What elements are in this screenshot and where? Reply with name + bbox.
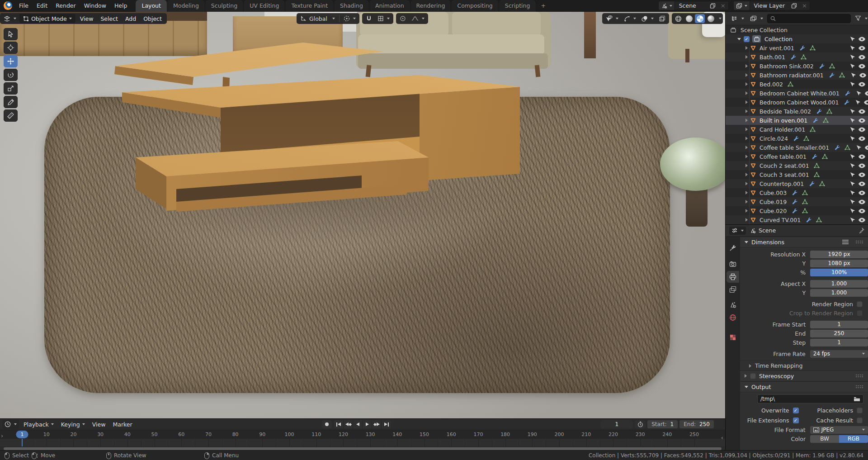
file-extensions-checkbox[interactable]: ✓ bbox=[793, 417, 799, 423]
outliner-object-row[interactable]: Cube.003 bbox=[726, 188, 868, 197]
selectable-pointer-icon[interactable] bbox=[849, 154, 856, 160]
object-name[interactable]: Coffee table.001 bbox=[760, 153, 807, 160]
new-view-layer-button[interactable] bbox=[789, 1, 799, 10]
search-input[interactable] bbox=[778, 15, 848, 22]
expand-icon[interactable] bbox=[745, 182, 748, 185]
modifier-wrench-icon[interactable] bbox=[844, 100, 849, 105]
timeline-menu-item[interactable]: Marker bbox=[109, 420, 136, 429]
collection-checkbox[interactable]: ✓ bbox=[744, 36, 750, 42]
breadcrumb-label[interactable]: Scene bbox=[759, 227, 776, 234]
shading-solid-button[interactable] bbox=[684, 14, 694, 23]
use-preview-range-button[interactable] bbox=[635, 420, 646, 428]
drag-dots-icon[interactable] bbox=[855, 240, 863, 244]
frame-end-field[interactable]: End:250 bbox=[679, 420, 714, 428]
visibility-eye-icon[interactable] bbox=[859, 190, 865, 195]
modifier-wrench-icon[interactable] bbox=[792, 208, 797, 213]
scrollbar-thumb[interactable] bbox=[4, 447, 722, 450]
tool-cursor[interactable] bbox=[4, 42, 18, 54]
scene-collection-label[interactable]: Scene Collection bbox=[741, 27, 788, 33]
crop-region-checkbox[interactable] bbox=[857, 310, 863, 316]
menu-item[interactable]: Help bbox=[110, 1, 132, 10]
object-name[interactable]: Bathroom radiator.001 bbox=[760, 72, 824, 79]
visibility-eye-icon[interactable] bbox=[864, 100, 868, 105]
visibility-eye-icon[interactable] bbox=[859, 37, 865, 42]
menu-item[interactable]: Render bbox=[52, 1, 80, 10]
selectable-pointer-icon[interactable] bbox=[849, 163, 856, 169]
outliner-display-mode-dropdown[interactable] bbox=[729, 14, 746, 23]
selectable-pointer-icon[interactable] bbox=[849, 81, 856, 87]
resolution-x-field[interactable]: 1920 px bbox=[810, 251, 868, 258]
object-name[interactable]: Couch 2 seat.001 bbox=[760, 162, 809, 169]
object-name[interactable]: Built in oven.001 bbox=[760, 117, 807, 124]
render-region-checkbox[interactable] bbox=[857, 301, 863, 307]
selectable-pointer-icon[interactable] bbox=[849, 172, 856, 178]
tab-tool[interactable] bbox=[726, 242, 739, 254]
mesh-data-icon[interactable] bbox=[844, 145, 850, 150]
frame-step-field[interactable]: 1 bbox=[810, 339, 868, 346]
color-rgb-button[interactable]: RGB bbox=[839, 435, 868, 443]
aspect-y-field[interactable]: 1.000 bbox=[810, 289, 868, 297]
blender-logo-icon[interactable] bbox=[4, 1, 12, 10]
pin-icon[interactable] bbox=[859, 228, 864, 233]
modifier-wrench-icon[interactable] bbox=[819, 63, 825, 69]
expand-icon[interactable] bbox=[745, 137, 748, 140]
object-name[interactable]: Cube.003 bbox=[760, 190, 787, 196]
object-name[interactable]: Cube.020 bbox=[760, 208, 787, 214]
collection-row[interactable]: ✓ Collection bbox=[726, 34, 868, 43]
tab-output[interactable] bbox=[726, 271, 739, 283]
outliner-object-row[interactable]: Bathroom Sink.002 bbox=[726, 62, 868, 71]
mesh-data-icon[interactable] bbox=[814, 163, 820, 168]
selectable-pointer-icon[interactable] bbox=[849, 118, 856, 123]
snap-settings-dropdown[interactable] bbox=[375, 14, 392, 23]
modifier-wrench-icon[interactable] bbox=[813, 118, 818, 123]
outliner-object-row[interactable]: Bedroom Cabinet White.001 bbox=[726, 89, 868, 98]
tab-scene[interactable] bbox=[726, 299, 739, 311]
next-keyframe-button[interactable] bbox=[372, 420, 382, 428]
collapse-right-panel-arrow[interactable]: ‹ bbox=[721, 434, 723, 441]
tool-scale[interactable] bbox=[4, 82, 18, 95]
stereoscopy-panel-header[interactable]: Stereoscopy bbox=[740, 370, 868, 381]
time-remapping-subpanel[interactable]: Time Remapping bbox=[740, 360, 868, 370]
visibility-eye-icon[interactable] bbox=[859, 199, 865, 204]
modifier-wrench-icon[interactable] bbox=[845, 90, 850, 96]
visibility-eye-icon[interactable] bbox=[859, 46, 865, 51]
expand-icon[interactable] bbox=[745, 64, 748, 68]
mesh-data-icon[interactable] bbox=[810, 45, 816, 51]
selectable-pointer-icon[interactable] bbox=[849, 63, 856, 69]
selectable-pointer-icon[interactable] bbox=[849, 190, 856, 196]
visibility-eye-icon[interactable] bbox=[859, 218, 865, 223]
object-name[interactable]: Curved TV.001 bbox=[760, 217, 801, 223]
outliner-filter-type-dropdown[interactable] bbox=[748, 14, 765, 23]
workspace-tab[interactable]: Scripting bbox=[499, 0, 537, 12]
expand-icon[interactable] bbox=[745, 155, 748, 158]
mesh-data-icon[interactable] bbox=[819, 181, 825, 186]
expand-icon[interactable] bbox=[745, 91, 748, 95]
menu-item[interactable]: Window bbox=[80, 1, 110, 10]
drag-dots-icon[interactable] bbox=[855, 385, 863, 389]
add-workspace-button[interactable]: + bbox=[536, 2, 550, 9]
output-panel-header[interactable]: Output bbox=[740, 381, 868, 392]
visibility-eye-icon[interactable] bbox=[859, 127, 865, 132]
outliner-object-row[interactable]: Bedroom Cabinet Wood.001 bbox=[726, 98, 868, 107]
drag-dots-icon[interactable] bbox=[855, 374, 863, 378]
mesh-data-icon[interactable] bbox=[801, 54, 807, 60]
expand-icon[interactable] bbox=[745, 200, 748, 204]
3d-viewport[interactable]: Object Mode ViewSelectAddObject Global bbox=[0, 12, 726, 418]
output-path-field[interactable]: /tmp\ bbox=[757, 394, 863, 403]
timeline-menu-item[interactable]: Keying bbox=[57, 420, 89, 429]
view-layer-name[interactable]: View Layer bbox=[750, 2, 789, 9]
tab-world[interactable] bbox=[726, 312, 739, 323]
frame-end-field[interactable]: 250 bbox=[810, 330, 868, 337]
visibility-eye-icon[interactable] bbox=[865, 145, 868, 150]
viewport-menu-item[interactable]: Select bbox=[97, 14, 122, 23]
object-name[interactable]: Card Holder.001 bbox=[760, 126, 805, 133]
frame-start-field[interactable]: Start:1 bbox=[647, 420, 678, 428]
tab-texture[interactable] bbox=[726, 332, 739, 343]
modifier-wrench-icon[interactable] bbox=[793, 136, 799, 141]
expand-icon[interactable] bbox=[745, 119, 748, 122]
unlink-scene-button[interactable]: × bbox=[718, 2, 728, 9]
collapse-icon[interactable] bbox=[737, 38, 741, 40]
jump-to-start-button[interactable] bbox=[334, 420, 344, 428]
scene-browse-button[interactable] bbox=[659, 1, 675, 10]
outliner-object-row[interactable]: Coffee table Smaller.001 bbox=[726, 143, 868, 152]
